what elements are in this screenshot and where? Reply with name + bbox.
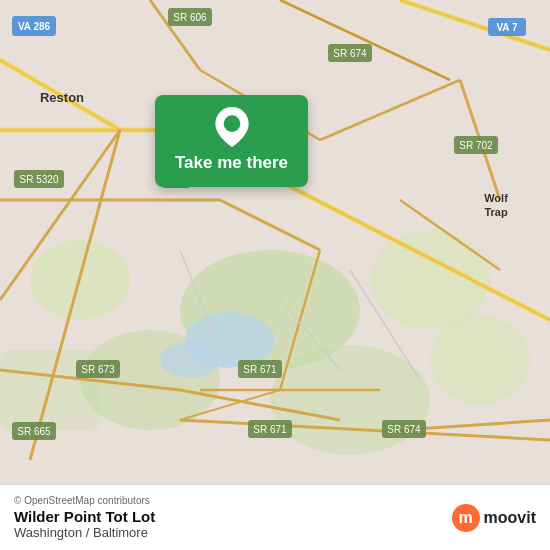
svg-text:SR 673: SR 673 — [81, 364, 115, 375]
svg-text:SR 671: SR 671 — [253, 424, 287, 435]
tooltip-overlay: Take me there — [155, 95, 308, 187]
moovit-icon: m — [452, 504, 480, 532]
svg-point-9 — [160, 342, 220, 378]
location-pin-icon — [212, 107, 252, 147]
bottom-bar: © OpenStreetMap contributors Wilder Poin… — [0, 484, 550, 550]
map-background: VA 286 SR 606 VA 7 SR 674 SR 702 SR 5320… — [0, 0, 550, 550]
location-sub: Washington / Baltimore — [14, 525, 155, 540]
svg-text:SR 702: SR 702 — [459, 140, 493, 151]
svg-text:SR 671: SR 671 — [243, 364, 277, 375]
svg-point-66 — [223, 115, 240, 132]
svg-text:Wolf: Wolf — [484, 192, 508, 204]
svg-point-6 — [430, 315, 530, 405]
svg-text:Trap: Trap — [484, 206, 508, 218]
location-info: © OpenStreetMap contributors Wilder Poin… — [14, 495, 155, 540]
map-container: VA 286 SR 606 VA 7 SR 674 SR 702 SR 5320… — [0, 0, 550, 550]
location-name: Wilder Point Tot Lot — [14, 508, 155, 525]
moovit-brand-name: moovit — [484, 509, 536, 527]
svg-point-5 — [270, 345, 430, 455]
take-me-there-box[interactable]: Take me there — [155, 95, 308, 187]
moovit-logo: m moovit — [452, 504, 536, 532]
svg-text:SR 674: SR 674 — [333, 48, 367, 59]
svg-text:VA 286: VA 286 — [18, 21, 51, 32]
svg-text:VA 7: VA 7 — [496, 22, 518, 33]
svg-text:Reston: Reston — [40, 90, 84, 105]
take-me-there-button[interactable]: Take me there — [175, 153, 288, 173]
svg-text:SR 606: SR 606 — [173, 12, 207, 23]
svg-text:SR 674: SR 674 — [387, 424, 421, 435]
svg-text:SR 665: SR 665 — [17, 426, 51, 437]
map-attribution: © OpenStreetMap contributors — [14, 495, 155, 506]
svg-text:SR 5320: SR 5320 — [20, 174, 59, 185]
